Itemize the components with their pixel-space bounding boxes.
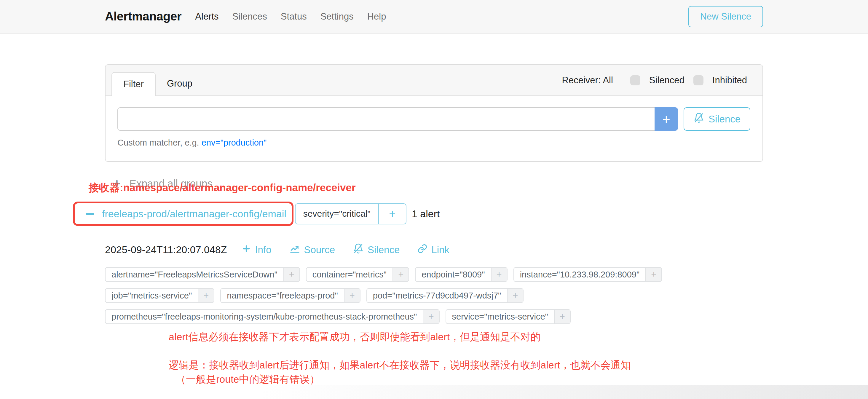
silenced-label[interactable]: Silenced — [649, 75, 684, 86]
minus-icon — [86, 213, 94, 215]
tab-filter[interactable]: Filter — [112, 72, 156, 96]
label-tag: pod="metrics-77d9cdb497-wdsj7" + — [366, 288, 524, 303]
plus-icon — [242, 244, 251, 256]
label-tag: service="metrics-service" + — [445, 309, 571, 324]
tab-group[interactable]: Group — [156, 71, 204, 95]
link-icon — [417, 244, 428, 256]
annotation-note-3: （一般是route中的逻辑有错误） — [169, 372, 763, 386]
label-tag-text[interactable]: alertname="FreeleapsMetricsServiceDown" — [105, 268, 283, 281]
group-receiver-name: freeleaps-prod/alertmanager-config/email — [102, 208, 286, 220]
annotation-note-2: 逻辑是：接收器收到alert后进行通知，如果alert不在接收器下，说明接收器没… — [169, 358, 763, 372]
group-collapse-link[interactable]: freeleaps-prod/alertmanager-config/email — [86, 208, 286, 220]
matcher-input[interactable] — [117, 107, 655, 131]
alert-source-label: Source — [304, 244, 335, 255]
silence-button-label: Silence — [709, 114, 741, 125]
label-tag-add-button[interactable]: + — [283, 268, 300, 281]
matcher-help-text: Custom matcher, e.g. env="production" — [117, 138, 751, 148]
alert-row: 2025-09-24T11:20:07.048Z Info — [105, 243, 763, 256]
label-tag: endpoint="8009" + — [415, 267, 507, 282]
label-tag-add-button[interactable]: + — [423, 310, 439, 324]
alert-timestamp: 2025-09-24T11:20:07.048Z — [105, 244, 227, 255]
alert-group-row: freeleaps-prod/alertmanager-config/email… — [105, 202, 763, 226]
alert-info-label: Info — [255, 244, 271, 255]
filter-card: Filter Group Receiver: All Silenced Inhi… — [105, 64, 763, 162]
label-tag: instance="10.233.98.209:8009" + — [514, 267, 662, 282]
label-tag-add-button[interactable]: + — [491, 268, 507, 281]
alert-link-label: Link — [431, 244, 450, 255]
annotation-note-1: alert信息必须在接收器下才表示配置成功，否则即使能看到alert，但是通知是… — [169, 330, 763, 344]
label-tag: namespace="freeleaps-prod" + — [220, 288, 361, 303]
nav-links: Alerts Silences Status Settings Help — [195, 11, 386, 22]
label-tag-text[interactable]: service="metrics-service" — [446, 310, 554, 324]
alert-silence-label: Silence — [368, 244, 400, 255]
filter-card-body: + Silence Custom matcher, e.g. env="prod — [105, 96, 763, 161]
alert-silence-button[interactable]: Silence — [353, 243, 400, 256]
label-tag-add-button[interactable]: + — [645, 268, 661, 281]
annotation-receiver-note: 接收器:namespace/altermanager-config-name/r… — [89, 181, 356, 195]
annotation-highlight-box: freeleaps-prod/alertmanager-config/email — [73, 202, 293, 226]
bell-slash-icon — [693, 112, 704, 126]
matcher-example-link[interactable]: env="production" — [202, 138, 267, 147]
chart-line-icon — [289, 243, 300, 256]
label-tag-text[interactable]: prometheus="freeleaps-monitoring-system/… — [105, 310, 423, 324]
alert-link-button[interactable]: Link — [417, 244, 450, 256]
label-tag: container="metrics" + — [306, 267, 409, 282]
nav-item-status[interactable]: Status — [281, 11, 307, 22]
label-tag-text[interactable]: namespace="freeleaps-prod" — [221, 289, 344, 302]
label-tag: job="metrics-service" + — [105, 288, 214, 303]
label-tag-text[interactable]: container="metrics" — [307, 268, 393, 281]
inhibited-checkbox[interactable] — [693, 75, 704, 85]
alert-info-button[interactable]: Info — [242, 244, 271, 256]
alert-source-link[interactable]: Source — [289, 243, 335, 256]
nav-item-silences[interactable]: Silences — [232, 11, 267, 22]
label-tag-add-button[interactable]: + — [344, 289, 360, 302]
bell-slash-icon — [353, 243, 364, 256]
label-tag-add-button[interactable]: + — [554, 310, 570, 324]
label-tag: alertname="FreeleapsMetricsServiceDown" … — [105, 267, 300, 282]
receiver-selector[interactable]: Receiver: All — [562, 75, 613, 86]
inhibited-label[interactable]: Inhibited — [712, 75, 747, 86]
app-brand[interactable]: Alertmanager — [105, 9, 181, 23]
label-tag: prometheus="freeleaps-monitoring-system/… — [105, 309, 440, 324]
label-tag-text[interactable]: job="metrics-service" — [105, 289, 198, 302]
label-tag-text[interactable]: instance="10.233.98.209:8009" — [514, 268, 646, 281]
label-tag-add-button[interactable]: + — [507, 289, 523, 302]
navbar: Alertmanager Alerts Silences Status Sett… — [0, 0, 868, 33]
silence-filter-button[interactable]: Silence — [684, 107, 750, 131]
nav-item-alerts[interactable]: Alerts — [195, 11, 218, 22]
nav-item-help[interactable]: Help — [367, 11, 386, 22]
new-silence-button[interactable]: New Silence — [688, 6, 763, 27]
add-matcher-button[interactable]: + — [655, 107, 678, 131]
matcher-help-prefix: Custom matcher, e.g. — [117, 138, 199, 147]
group-matcher-chip: severity="critical" + — [295, 203, 406, 224]
alert-labels: alertname="FreeleapsMetricsServiceDown" … — [105, 267, 763, 324]
label-tag-add-button[interactable]: + — [393, 268, 408, 281]
page-bottom-shadow — [0, 385, 868, 399]
group-matcher-add-button[interactable]: + — [378, 204, 406, 224]
alert-count: 1 alert — [412, 208, 440, 220]
label-tag-text[interactable]: endpoint="8009" — [415, 268, 491, 281]
filter-card-header: Filter Group Receiver: All Silenced Inhi… — [105, 65, 763, 96]
group-matcher-label[interactable]: severity="critical" — [296, 204, 378, 224]
silenced-checkbox[interactable] — [630, 75, 640, 85]
nav-item-settings[interactable]: Settings — [320, 11, 354, 22]
label-tag-text[interactable]: pod="metrics-77d9cdb497-wdsj7" — [367, 289, 507, 302]
label-tag-add-button[interactable]: + — [198, 289, 214, 302]
